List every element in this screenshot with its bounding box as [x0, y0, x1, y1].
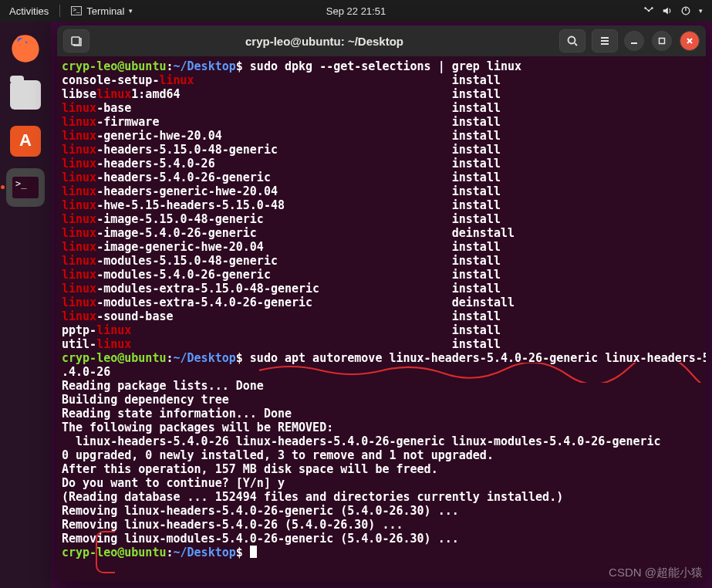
- dock-firefox[interactable]: [6, 29, 45, 68]
- gnome-top-bar: Activities Terminal ▾ Sep 22 21:51 ▾: [0, 0, 712, 22]
- svg-rect-7: [660, 39, 665, 44]
- terminal-output[interactable]: cryp-leo@ubuntu:~/Desktop$ sudo dpkg --g…: [57, 56, 706, 582]
- svg-point-6: [569, 37, 575, 44]
- power-icon[interactable]: [680, 5, 691, 16]
- chevron-down-icon: ▾: [699, 7, 703, 15]
- svg-rect-5: [72, 37, 79, 45]
- hamburger-icon: [599, 35, 611, 47]
- dock-files[interactable]: [6, 76, 45, 114]
- app-menu[interactable]: Terminal ▾: [71, 5, 133, 17]
- volume-icon[interactable]: [662, 5, 673, 16]
- window-title-bar[interactable]: cryp-leo@ubuntu: ~/Desktop: [57, 25, 706, 56]
- firefox-icon: [9, 32, 42, 65]
- clock[interactable]: Sep 22 21:51: [326, 5, 386, 17]
- minimize-button[interactable]: [624, 31, 644, 51]
- dock-terminal[interactable]: >_: [6, 168, 45, 207]
- chevron-down-icon: ▾: [129, 7, 133, 15]
- activities-button[interactable]: Activities: [9, 5, 49, 17]
- dock: >_: [0, 22, 51, 588]
- new-tab-icon: [70, 35, 83, 47]
- terminal-icon: >_: [12, 177, 39, 198]
- window-title: cryp-leo@ubuntu: ~/Desktop: [96, 35, 553, 48]
- dock-software[interactable]: [6, 122, 45, 161]
- new-tab-button[interactable]: [63, 29, 89, 52]
- terminal-window: cryp-leo@ubuntu: ~/Desktop cryp-leo@ubun…: [57, 25, 706, 582]
- terminal-icon: [71, 6, 82, 15]
- folder-icon: [10, 80, 41, 110]
- search-icon: [566, 35, 579, 47]
- minimize-icon: [629, 36, 639, 46]
- network-icon[interactable]: [643, 5, 654, 16]
- maximize-icon: [657, 36, 666, 46]
- software-store-icon: [10, 126, 41, 157]
- maximize-button[interactable]: [652, 31, 672, 51]
- close-button[interactable]: [680, 31, 700, 51]
- hamburger-menu-button[interactable]: [592, 29, 618, 52]
- search-button[interactable]: [559, 29, 585, 52]
- close-icon: [685, 36, 694, 46]
- app-menu-label: Terminal: [86, 5, 124, 17]
